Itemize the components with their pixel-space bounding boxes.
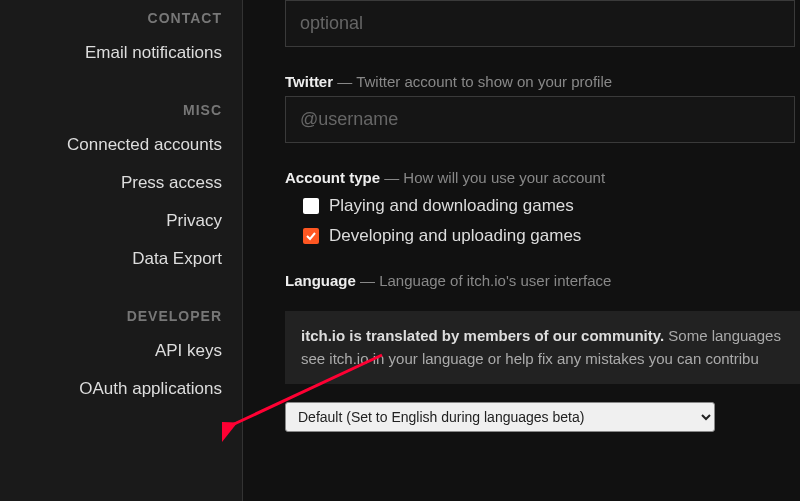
checkbox-row-playing[interactable]: Playing and downloading games	[303, 196, 800, 216]
sidebar-item-connected-accounts[interactable]: Connected accounts	[0, 126, 242, 164]
sidebar-item-api-keys[interactable]: API keys	[0, 332, 242, 370]
twitter-input[interactable]	[285, 96, 795, 143]
account-type-label-row: Account type — How will you use your acc…	[285, 169, 800, 186]
twitter-label-row: Twitter — Twitter account to show on you…	[285, 73, 800, 90]
twitter-hint: — Twitter account to show on your profil…	[333, 73, 612, 90]
checkbox-playing[interactable]	[303, 198, 319, 214]
checkbox-row-developing[interactable]: Developing and uploading games	[303, 226, 800, 246]
sidebar-item-oauth-applications[interactable]: OAuth applications	[0, 370, 242, 408]
sidebar-header-developer: DEVELOPER	[0, 298, 242, 332]
account-type-label: Account type	[285, 169, 380, 186]
sidebar-item-press-access[interactable]: Press access	[0, 164, 242, 202]
language-label-row: Language — Language of itch.io's user in…	[285, 272, 800, 289]
account-type-hint: — How will you use your account	[380, 169, 605, 186]
language-hint: — Language of itch.io's user interface	[356, 272, 612, 289]
settings-sidebar: CONTACT Email notifications MISC Connect…	[0, 0, 243, 501]
language-label: Language	[285, 272, 356, 289]
checkbox-label-developing: Developing and uploading games	[329, 226, 581, 246]
checkbox-label-playing: Playing and downloading games	[329, 196, 574, 216]
sidebar-item-email-notifications[interactable]: Email notifications	[0, 34, 242, 72]
settings-main: Twitter — Twitter account to show on you…	[243, 0, 800, 501]
website-input[interactable]	[285, 0, 795, 47]
checkbox-developing[interactable]	[303, 228, 319, 244]
twitter-label: Twitter	[285, 73, 333, 90]
sidebar-header-contact: CONTACT	[0, 0, 242, 34]
sidebar-item-privacy[interactable]: Privacy	[0, 202, 242, 240]
sidebar-header-misc: MISC	[0, 92, 242, 126]
language-select[interactable]: Default (Set to English during languages…	[285, 402, 715, 432]
sidebar-item-data-export[interactable]: Data Export	[0, 240, 242, 278]
language-note: itch.io is translated by members of our …	[285, 311, 800, 384]
language-note-bold: itch.io is translated by members of our …	[301, 327, 664, 344]
